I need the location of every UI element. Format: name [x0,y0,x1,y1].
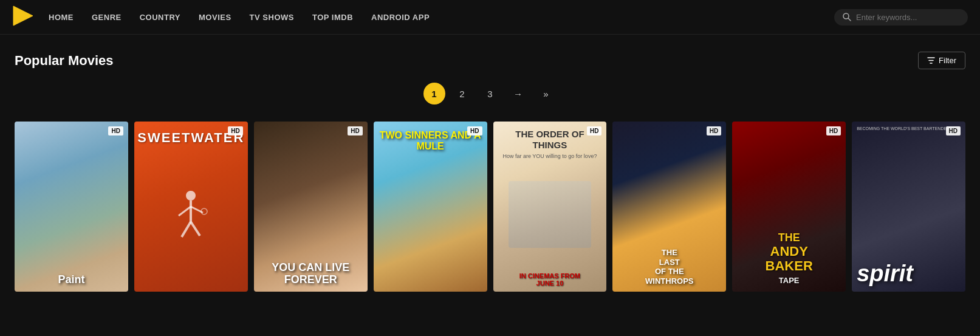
svg-line-7 [182,222,191,237]
movie-card-orderofthings[interactable]: THE ORDER OF THINGS How far are YOU will… [493,122,607,292]
search-bar [834,9,968,26]
page-last-button[interactable]: » [535,83,557,105]
svg-point-3 [186,191,196,201]
nav-genre[interactable]: GENRE [92,13,122,22]
page-3-button[interactable]: 3 [479,83,501,105]
movie-card-twosinners[interactable]: TWO SINNERS AND A MULE HD [374,122,487,292]
search-input[interactable] [856,13,959,22]
nav-tv-shows[interactable]: TV SHOWS [250,13,294,22]
hd-badge-sweetwater: HD [228,126,242,135]
page-1-button[interactable]: 1 [423,83,445,105]
movie-card-andybaker[interactable]: THEANDYBAKERTAPE HD [732,122,846,292]
nav-android-app[interactable]: ANDROID APP [371,13,430,22]
movie-card-spirit[interactable]: BECOMING THE WORLD'S BEST BARTENDER spir… [852,122,965,292]
nav-top-imdb[interactable]: TOP IMDB [312,13,353,22]
main-nav: HOME GENRE COUNTRY MOVIES TV SHOWS TOP I… [0,0,980,35]
movie-card-youcanlive[interactable]: YOU CAN LIVE FOREVER HD [254,122,368,292]
page-2-button[interactable]: 2 [451,83,473,105]
movie-title-lastwinthrops: THELASTOF THEWINTHROPS [645,248,693,286]
movie-release-date: IN CINEMAS FROMJUNE 10 [519,272,580,287]
player-silhouette [173,188,209,249]
filter-button[interactable]: Filter [918,52,965,69]
logo[interactable] [12,5,34,29]
svg-marker-0 [13,6,33,26]
movie-tagline-orderofthings: How far are YOU willing to go for love? [502,153,597,159]
nav-links: HOME GENRE COUNTRY MOVIES TV SHOWS TOP I… [49,13,834,22]
section-header: Popular Movies Filter [15,52,965,69]
svg-line-8 [191,222,200,236]
movie-card-lastwinthrops[interactable]: THELASTOF THEWINTHROPS HD [612,122,726,292]
page-title: Popular Movies [15,53,114,69]
nav-home[interactable]: HOME [49,13,74,22]
movie-title-paint: Paint [58,274,84,286]
movie-card-paint[interactable]: Paint HD [15,122,128,292]
hd-badge-twosinners: HD [467,126,482,135]
hd-badge-orderofthings: HD [587,126,601,135]
movies-grid: Paint HD SWEETWATER [15,122,965,292]
svg-line-2 [848,18,851,21]
filter-icon [927,57,935,64]
movie-title-andybaker: THEANDYBAKERTAPE [766,232,813,286]
search-icon [843,13,851,21]
nav-movies[interactable]: MOVIES [199,13,231,22]
movie-title-youcanlive: YOU CAN LIVE FOREVER [260,262,362,286]
hd-badge-paint: HD [108,126,123,135]
movie-title-twosinners: TWO SINNERS AND A MULE [380,130,481,151]
svg-line-5 [179,207,191,216]
page-next-button[interactable]: → [507,83,529,105]
main-content: Popular Movies Filter 1 2 3 → » Paint HD… [0,35,980,304]
movie-title-orderofthings: THE ORDER OF THINGS [498,129,602,151]
hd-badge-andybaker: HD [826,126,841,135]
hd-badge-lastwinthrops: HD [707,126,721,135]
hd-badge-spirit: HD [946,126,961,135]
movie-tagline-spirit: BECOMING THE WORLD'S BEST BARTENDER [857,126,950,131]
movie-title-spirit: spirit [857,261,913,287]
hd-badge-youcanlive: HD [348,126,362,135]
movie-card-sweetwater[interactable]: SWEETWATER HD [134,122,248,292]
nav-country[interactable]: COUNTRY [140,13,180,22]
pagination: 1 2 3 → » [15,83,965,105]
